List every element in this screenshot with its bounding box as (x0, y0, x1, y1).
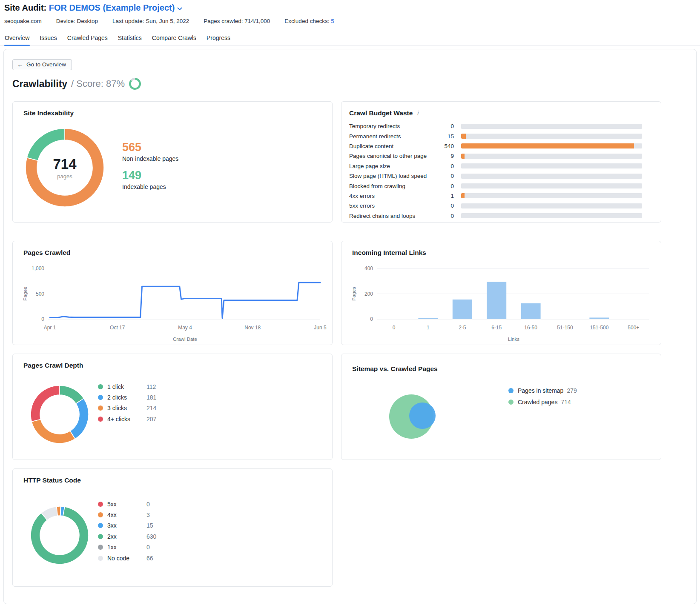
svg-text:May 4: May 4 (178, 325, 192, 331)
budget-row-label[interactable]: 4xx errors (349, 193, 434, 199)
tab-compare-crawls[interactable]: Compare Crawls (152, 32, 197, 45)
budget-row-label[interactable]: Large page size (349, 163, 434, 169)
legend-item-5xx[interactable]: 5xx0 (98, 499, 156, 509)
budget-row-bar (461, 183, 642, 188)
donut-segment-4+-clicks (31, 385, 60, 422)
card-site-indexability: Site Indexability 714 pages 565 Non-inde… (12, 101, 333, 223)
crawl-budget-rows: Temporary redirects0Permanent redirects1… (349, 121, 642, 221)
legend-item-crawled-pages[interactable]: Crawled pages714 (508, 396, 577, 408)
budget-row: Pages canonical to other page9 (349, 151, 642, 161)
legend-dot (98, 523, 103, 528)
page-title: Crawlability (12, 78, 67, 90)
svg-text:200: 200 (364, 291, 373, 297)
legend-item-label: 2 clicks (107, 394, 146, 401)
legend-item-1xx[interactable]: 1xx0 (98, 542, 156, 553)
budget-row-label[interactable]: Slow page (HTML) load speed (349, 173, 434, 179)
budget-row-bar (461, 154, 642, 159)
project-selector[interactable]: FOR DEMOS (Example Project) (49, 3, 175, 12)
non-indexable-count[interactable]: 565 (122, 141, 178, 154)
legend-dot (98, 395, 103, 400)
indexable-count[interactable]: 149 (122, 169, 178, 182)
card-crawl-budget-waste: Crawl Budget Wastei Temporary redirects0… (341, 101, 661, 223)
tab-overview[interactable]: Overview (4, 32, 30, 45)
http-status-legend: 5xx04xx33xx152xx6301xx0No code66 (98, 499, 156, 563)
budget-row-bar-fill (461, 134, 466, 139)
content-panel: ← Go to Overview Crawlability / Score: 8… (3, 49, 697, 604)
legend-item-label: 4xx (107, 511, 146, 518)
svg-text:Pages: Pages (351, 287, 356, 301)
legend-item-2xx[interactable]: 2xx630 (98, 531, 156, 542)
legend-dot (98, 512, 103, 517)
legend-item-1-click[interactable]: 1 click112 (98, 381, 156, 392)
budget-row: Permanent redirects15 (349, 131, 642, 141)
legend-item-label: 5xx (107, 501, 146, 508)
app-title: Site Audit: FOR DEMOS (Example Project) (4, 3, 182, 13)
budget-row: Large page size0 (349, 161, 642, 171)
budget-row-bar (461, 174, 642, 179)
budget-row-value: 0 (434, 173, 454, 179)
svg-text:Crawl Date: Crawl Date (173, 337, 197, 342)
svg-text:Jun 5: Jun 5 (314, 325, 327, 331)
budget-row-value: 0 (434, 163, 454, 169)
card-title: HTTP Status Code (23, 477, 81, 484)
svg-text:151-500: 151-500 (590, 325, 608, 331)
meta-item-0: seoquake.com (4, 18, 42, 24)
budget-row-label[interactable]: Duplicate content (349, 143, 434, 149)
non-indexable-label: Non-indexable pages (122, 155, 178, 162)
legend-item-value: 0 (146, 501, 150, 508)
legend-item-3-clicks[interactable]: 3 clicks214 (98, 403, 156, 414)
budget-row-value: 9 (434, 153, 454, 159)
budget-row-label[interactable]: Redirect chains and loops (349, 213, 434, 219)
legend-item-pages-in-sitemap[interactable]: Pages in sitemap279 (508, 385, 577, 396)
budget-row-value: 15 (434, 133, 454, 140)
info-icon[interactable]: i (416, 109, 419, 117)
budget-row-value: 540 (434, 143, 454, 149)
tab-statistics[interactable]: Statistics (118, 32, 142, 45)
pages-crawled-line-chart: 05001,000Crawl DatePagesApr 1Oct 17May 4… (13, 241, 333, 345)
indexability-donut: 714 pages (25, 128, 104, 207)
indexability-donut-chart (25, 128, 104, 207)
legend-dot (98, 384, 103, 389)
svg-text:2-5: 2-5 (459, 325, 466, 331)
sitemap-venn-legend: Pages in sitemap279Crawled pages714 (508, 385, 577, 408)
legend-item-label: Crawled pages (518, 399, 557, 405)
svg-text:400: 400 (364, 266, 373, 271)
budget-row-bar (461, 163, 642, 168)
legend-item-value: 214 (146, 405, 156, 411)
budget-row-label[interactable]: Permanent redirects (349, 133, 434, 140)
card-pages-crawl-depth: Pages Crawl Depth 1 click1122 clicks1813… (12, 354, 333, 460)
budget-row-value: 0 (434, 203, 454, 209)
legend-item-4xx[interactable]: 4xx3 (98, 509, 156, 520)
sitemap-venn-chart (367, 380, 469, 452)
legend-dot (98, 417, 103, 422)
chevron-down-icon[interactable] (177, 3, 182, 13)
budget-row-label[interactable]: Temporary redirects (349, 123, 434, 129)
legend-item-no-code[interactable]: No code66 (98, 553, 156, 563)
card-title: Pages Crawl Depth (23, 362, 83, 369)
budget-row-label[interactable]: Blocked from crawling (349, 183, 434, 189)
excluded-checks-link[interactable]: 5 (331, 18, 334, 24)
go-to-overview-button[interactable]: ← Go to Overview (12, 59, 72, 70)
donut-segment-2-clicks (70, 398, 89, 439)
svg-text:Pages: Pages (23, 287, 28, 301)
tab-progress[interactable]: Progress (206, 32, 231, 45)
legend-dot (98, 502, 103, 507)
legend-item-value: 181 (146, 394, 156, 401)
tab-issues[interactable]: Issues (39, 32, 57, 45)
tab-crawled-pages[interactable]: Crawled Pages (67, 32, 108, 45)
meta-item-1: Device: Desktop (56, 18, 98, 24)
svg-text:16-50: 16-50 (524, 325, 537, 331)
svg-text:Oct 17: Oct 17 (110, 325, 125, 331)
svg-text:0: 0 (393, 325, 396, 331)
legend-dot (98, 405, 103, 411)
legend-item-2-clicks[interactable]: 2 clicks181 (98, 392, 156, 403)
legend-item-4+-clicks[interactable]: 4+ clicks207 (98, 414, 156, 424)
incoming-links-bar-chart: 0200400LinksPages012-56-1516-5051-150151… (341, 241, 662, 345)
card-pages-crawled: Pages Crawled 05001,000Crawl DatePagesAp… (12, 241, 333, 345)
legend-item-3xx[interactable]: 3xx15 (98, 520, 156, 531)
budget-row-value: 0 (434, 183, 454, 189)
budget-row-label[interactable]: Pages canonical to other page (349, 153, 434, 159)
legend-item-value: 0 (146, 544, 150, 551)
legend-item-value: 279 (567, 387, 577, 394)
budget-row-label[interactable]: 5xx errors (349, 203, 434, 209)
